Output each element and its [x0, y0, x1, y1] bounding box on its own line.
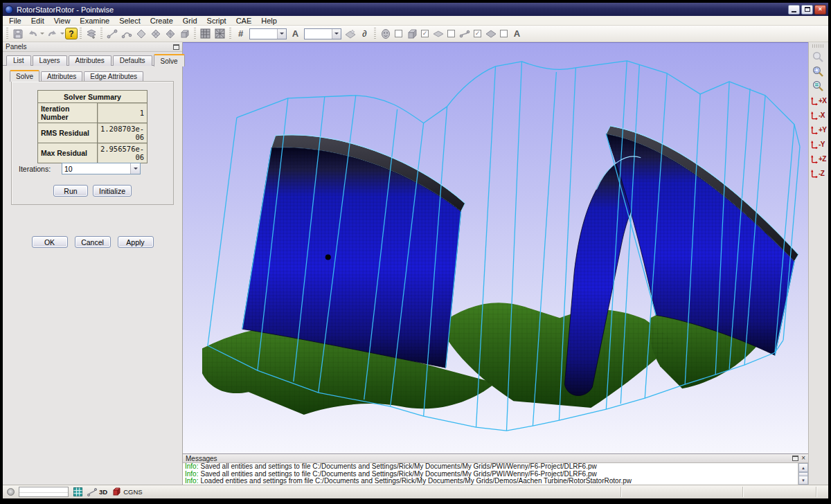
window-title: RotorStatorRotor - Pointwise [17, 6, 114, 14]
tab-solve[interactable]: Solve [154, 54, 185, 66]
create-block-button[interactable] [177, 26, 192, 41]
mask-checkbox[interactable] [395, 30, 402, 37]
blocks-checkbox[interactable]: ✓ [421, 30, 429, 37]
subtab-attributes[interactable]: Attributes [41, 71, 82, 81]
scroll-up-icon[interactable]: ▲ [798, 463, 808, 472]
toolbar-grip [374, 28, 376, 40]
solve-group-frame: Solver Summary Iteration Number 1 RMS Re… [11, 81, 174, 205]
domain-flat-icon [433, 28, 444, 39]
zoom-box-button[interactable] [810, 64, 827, 79]
combo-arrow-icon[interactable] [130, 163, 140, 174]
structured-grid-button[interactable] [198, 26, 213, 41]
cae-format-label: CGNS [123, 488, 142, 496]
cancel-button[interactable]: Cancel [75, 236, 111, 248]
menu-help[interactable]: Help [256, 16, 282, 26]
tab-attributes[interactable]: Attributes [69, 55, 111, 66]
unstructured-grid-button[interactable] [213, 26, 227, 41]
curve-icon [121, 28, 132, 39]
create-domain-button[interactable] [134, 26, 148, 41]
view-plus-z-button[interactable]: +Z [809, 152, 828, 166]
undo-button[interactable] [25, 26, 39, 41]
initialize-button[interactable]: Initialize [93, 185, 132, 197]
menu-select[interactable]: Select [114, 16, 145, 26]
view-plus-y-button[interactable]: +Y [809, 123, 828, 137]
row-value: 2.956576e-06 [97, 143, 147, 163]
combo-arrow-icon[interactable] [332, 29, 341, 39]
menu-cae[interactable]: CAE [231, 16, 257, 26]
toolbar-grip [194, 28, 196, 40]
view-minus-y-button[interactable]: -Y [809, 137, 828, 152]
save-button[interactable] [10, 26, 25, 41]
minimize-button[interactable] [788, 5, 800, 15]
menu-grid[interactable]: Grid [178, 16, 202, 26]
domains-checkbox[interactable] [447, 30, 455, 37]
selected-point[interactable] [325, 254, 331, 260]
axis-icon [810, 111, 818, 120]
block-3d-icon [406, 28, 418, 39]
create-unstructured-domain-button[interactable] [163, 26, 177, 41]
create-domain-grid-button[interactable] [148, 26, 163, 41]
menu-view[interactable]: View [49, 16, 75, 26]
show-blocks-button[interactable] [404, 26, 419, 41]
menu-file[interactable]: File [4, 16, 26, 26]
menu-script[interactable]: Script [202, 16, 231, 26]
create-curve-button[interactable] [119, 26, 134, 41]
layer-stack-button[interactable] [84, 26, 98, 41]
run-button[interactable]: Run [53, 185, 88, 197]
messages-scrollbar[interactable]: ▲ ▼ [798, 463, 808, 485]
tab-list[interactable]: List [6, 55, 31, 66]
scroll-down-icon[interactable]: ▼ [798, 476, 808, 485]
zoom-box-icon [812, 65, 825, 78]
menu-create[interactable]: Create [145, 16, 178, 26]
menu-examine[interactable]: Examine [75, 16, 114, 26]
titlebar[interactable]: RotorStatorRotor - Pointwise × [3, 3, 828, 16]
messages-panel: Messages × Info:Saved all entities and s… [183, 453, 808, 485]
partial-derivative-icon: ∂ [362, 28, 366, 39]
combo-arrow-icon[interactable] [277, 29, 286, 39]
restore-icon [805, 7, 810, 12]
dimension-hash-button[interactable]: # [233, 26, 248, 41]
show-database-button[interactable] [483, 26, 498, 41]
ok-button[interactable]: OK [32, 236, 68, 248]
restore-button[interactable] [801, 5, 813, 15]
partial-derivative-button[interactable]: ∂ [357, 26, 372, 41]
zoom-extents-button[interactable] [810, 79, 827, 93]
apply-button[interactable]: Apply [118, 236, 154, 248]
help-button[interactable]: ? [65, 28, 78, 39]
connector-status-icon [87, 488, 97, 496]
zoom-button[interactable] [810, 50, 827, 64]
close-button[interactable]: × [814, 5, 826, 15]
redo-button[interactable] [45, 26, 60, 41]
close-icon[interactable]: × [801, 456, 805, 461]
tab-defaults[interactable]: Defaults [113, 55, 152, 66]
initialize-surface-button[interactable] [343, 26, 357, 41]
tab-layers[interactable]: Layers [33, 55, 67, 66]
solver-summary-title: Solver Summary [37, 91, 147, 103]
dimension-edit-button[interactable]: A [510, 26, 524, 41]
unstructured-grid-icon [214, 28, 226, 39]
show-hide-mask-button[interactable] [378, 26, 393, 41]
database-checkbox[interactable] [500, 30, 508, 37]
connectors-checkbox[interactable]: ✓ [474, 30, 481, 37]
float-icon[interactable] [173, 44, 179, 50]
panels-dock-titlebar[interactable]: Panels [3, 42, 182, 52]
redo-dropdown-icon[interactable] [60, 33, 64, 35]
subtab-edge-attributes[interactable]: Edge Attributes [84, 71, 143, 81]
view-minus-x-button[interactable]: -X [809, 108, 828, 123]
undo-dropdown-icon[interactable] [40, 33, 44, 35]
float-icon[interactable] [792, 456, 798, 461]
undo-icon [27, 28, 38, 39]
messages-titlebar[interactable]: Messages × [183, 454, 808, 463]
menu-edit[interactable]: Edit [26, 16, 49, 26]
spacing-a-button[interactable]: A [288, 26, 303, 41]
show-domains-button[interactable] [431, 26, 445, 41]
viewport-3d[interactable] [183, 42, 808, 453]
spacing-combo[interactable] [304, 28, 341, 39]
dimension-combo[interactable] [249, 28, 287, 39]
create-connector-button[interactable] [105, 26, 119, 41]
view-plus-x-button[interactable]: +X [809, 93, 828, 108]
view-minus-z-button[interactable]: -Z [809, 166, 828, 181]
iterations-combo[interactable]: 10 [62, 163, 141, 174]
show-connectors-button[interactable] [457, 26, 472, 41]
subtab-solve[interactable]: Solve [10, 70, 39, 82]
